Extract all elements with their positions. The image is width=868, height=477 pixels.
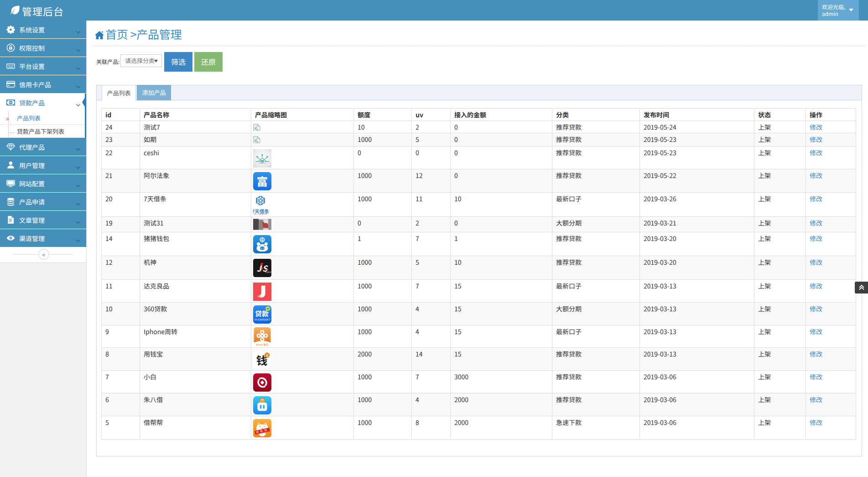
svg-text:放心万整借下款: 放心万整借下款 — [254, 213, 267, 215]
svg-text:富: 富 — [257, 173, 268, 189]
svg-text:360金融集团旗下: 360金融集团旗下 — [254, 318, 271, 321]
svg-text:机神贷款: 机神贷款 — [265, 271, 271, 273]
svg-text:knew 淘货: knew 淘货 — [256, 342, 269, 346]
svg-text:0: 0 — [10, 100, 12, 105]
